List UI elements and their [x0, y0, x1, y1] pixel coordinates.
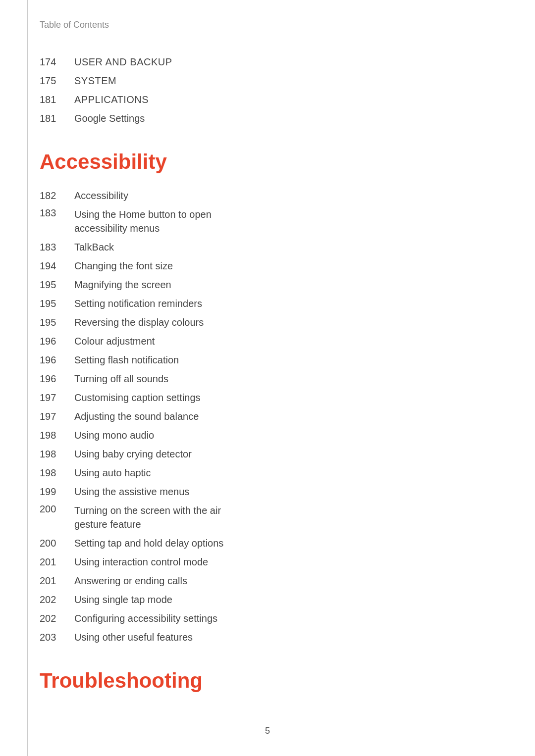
- accessibility-toc-section: 182 Accessibility 183 Using the Home but…: [40, 189, 495, 644]
- list-item: 203 Using other useful features: [40, 630, 495, 644]
- list-item: 195 Reversing the display colours: [40, 315, 495, 329]
- list-item: 194 Changing the font size: [40, 259, 495, 273]
- list-item: 195 Magnifying the screen: [40, 278, 495, 292]
- accessibility-heading: Accessibility: [40, 150, 495, 174]
- list-item: 199 Using the assistive menus: [40, 485, 495, 499]
- list-item: 201 Answering or ending calls: [40, 574, 495, 588]
- list-item: 183 TalkBack: [40, 240, 495, 254]
- left-border: [27, 0, 28, 756]
- list-item: 200 Setting tap and hold delay options: [40, 536, 495, 550]
- troubleshooting-heading: Troubleshooting: [40, 669, 495, 693]
- list-item: 197 Adjusting the sound balance: [40, 409, 495, 423]
- initial-toc-section: 174 USER AND BACKUP 175 SYSTEM 181 APPLI…: [40, 55, 495, 125]
- list-item: 182 Accessibility: [40, 189, 495, 202]
- list-item: 181 Google Settings: [40, 111, 495, 125]
- header-label: Table of Contents: [40, 20, 495, 30]
- list-item: 198 Using mono audio: [40, 428, 495, 442]
- list-item: 201 Using interaction control mode: [40, 555, 495, 569]
- list-item: 183 Using the Home button to openaccessi…: [40, 207, 495, 235]
- list-item: 202 Configuring accessibility settings: [40, 611, 495, 625]
- list-item: 200 Turning on the screen with the airge…: [40, 504, 495, 531]
- list-item: 198 Using auto haptic: [40, 466, 495, 480]
- list-item: 174 USER AND BACKUP: [40, 55, 495, 69]
- list-item: 195 Setting notification reminders: [40, 297, 495, 310]
- list-item: 202 Using single tap mode: [40, 593, 495, 606]
- list-item: 196 Colour adjustment: [40, 334, 495, 348]
- page-number: 5: [265, 726, 270, 736]
- list-item: 196 Setting flash notification: [40, 353, 495, 367]
- page-container: Table of Contents 174 USER AND BACKUP 17…: [0, 0, 535, 756]
- list-item: 181 APPLICATIONS: [40, 93, 495, 106]
- list-item: 198 Using baby crying detector: [40, 447, 495, 461]
- list-item: 197 Customising caption settings: [40, 391, 495, 404]
- list-item: 175 SYSTEM: [40, 74, 495, 88]
- list-item: 196 Turning off all sounds: [40, 372, 495, 386]
